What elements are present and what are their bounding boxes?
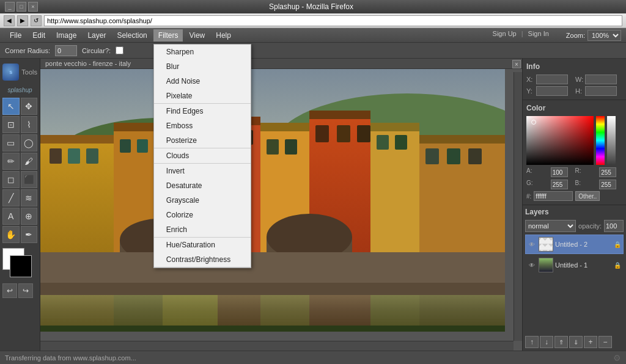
tool-crop[interactable]: ⊡ — [2, 116, 20, 133]
menu-view[interactable]: View — [184, 29, 210, 42]
canvas-area: ponte vecchio - firenze - italy × — [40, 59, 522, 351]
filters-group-1: Sharpen Blur Add Noise Pixelate — [154, 45, 251, 104]
color-b-input[interactable] — [599, 180, 616, 189]
filter-emboss[interactable]: Emboss — [154, 118, 251, 133]
minimize-button[interactable]: _ — [5, 2, 15, 12]
blend-mode-select[interactable]: normal multiply screen — [525, 220, 576, 232]
color-values-2: G: B: — [526, 180, 622, 189]
horizontal-scrollbar[interactable] — [40, 341, 514, 351]
foreground-color-swatch[interactable] — [10, 255, 32, 277]
url-input[interactable] — [44, 15, 622, 26]
filter-clouds[interactable]: Clouds — [154, 148, 251, 163]
tool-text[interactable]: A — [2, 208, 20, 225]
menu-filters[interactable]: Filters — [153, 29, 183, 42]
menu-edit[interactable]: Edit — [28, 29, 50, 42]
filter-hue-saturation[interactable]: Hue/Saturation — [154, 238, 251, 252]
layer-move-top-button[interactable]: ⇑ — [554, 336, 568, 348]
redo-button[interactable]: ↪ — [18, 283, 33, 298]
tool-row-8: ✋ ✒ — [2, 226, 37, 243]
filter-enrich[interactable]: Enrich — [154, 222, 251, 237]
filter-colorize[interactable]: Colorize — [154, 208, 251, 222]
layer-1-visibility[interactable]: 👁 — [527, 239, 537, 249]
filter-contrast-brightness[interactable]: Contrast/Brightness — [154, 252, 251, 267]
maximize-button[interactable]: □ — [17, 2, 26, 12]
filter-pixelate[interactable]: Pixelate — [154, 89, 251, 103]
tool-smudge[interactable]: ≋ — [21, 189, 38, 206]
info-w-input[interactable] — [585, 75, 617, 84]
tool-fill[interactable]: ⬛ — [21, 171, 38, 188]
svg-rect-43 — [40, 252, 505, 283]
filter-blur[interactable]: Blur — [154, 59, 251, 74]
color-r-input[interactable] — [599, 167, 616, 177]
menu-selection[interactable]: Selection — [112, 29, 152, 42]
corner-radius-input[interactable] — [55, 45, 77, 56]
tool-eraser[interactable]: ◻ — [2, 171, 20, 188]
color-gradient[interactable] — [526, 116, 594, 165]
tool-brush[interactable]: 🖌 — [21, 153, 38, 170]
svg-rect-20 — [50, 148, 62, 164]
vertical-scrollbar[interactable] — [514, 72, 522, 341]
layer-2-visibility[interactable]: 👁 — [527, 260, 537, 270]
forward-button[interactable]: ▶ — [17, 15, 28, 26]
canvas-container[interactable] — [40, 69, 522, 348]
opacity-input[interactable] — [604, 220, 624, 232]
other-button[interactable]: Other.. — [575, 191, 600, 201]
layer-move-down-button[interactable]: ↓ — [540, 336, 553, 348]
sign-up-link[interactable]: Sign Up — [493, 30, 517, 41]
layer-move-bottom-button[interactable]: ⇓ — [569, 336, 583, 348]
color-g-input[interactable] — [551, 180, 568, 189]
menu-image[interactable]: Image — [51, 29, 81, 42]
refresh-button[interactable]: ↺ — [31, 15, 42, 26]
filter-find-edges[interactable]: Find Edges — [154, 104, 251, 118]
layer-add-button[interactable]: + — [584, 336, 597, 348]
sign-in-link[interactable]: Sign In — [528, 30, 549, 41]
layer-2-lock[interactable]: 🔒 — [613, 261, 622, 269]
menu-help[interactable]: Help — [211, 29, 236, 42]
svg-rect-35 — [395, 135, 407, 150]
tool-pencil[interactable]: ✏ — [2, 153, 20, 170]
color-hex-input[interactable] — [534, 191, 573, 201]
info-x-input[interactable] — [536, 75, 568, 84]
circular-checkbox[interactable] — [116, 46, 123, 54]
tool-eyedropper[interactable]: ✒ — [21, 226, 38, 243]
svg-rect-10 — [370, 130, 419, 264]
layer-item-1[interactable]: 👁 Untitled - 2 🔒 — [525, 235, 624, 254]
tool-line[interactable]: ╱ — [2, 189, 20, 206]
tool-move[interactable]: ✥ — [21, 98, 38, 115]
menu-file[interactable]: File — [5, 29, 26, 42]
menu-layer[interactable]: Layer — [83, 29, 111, 42]
tool-ellipse-select[interactable]: ◯ — [21, 134, 38, 151]
layer-item-2[interactable]: 👁 Untitled - 1 🔒 — [525, 255, 624, 275]
corner-radius-label: Corner Radius: — [5, 47, 50, 54]
filter-sharpen[interactable]: Sharpen — [154, 45, 251, 59]
tool-lasso[interactable]: ⌇ — [21, 116, 38, 133]
layer-1-lock[interactable]: 🔒 — [613, 240, 622, 249]
canvas-close-button[interactable]: × — [512, 60, 521, 68]
undo-button[interactable]: ↩ — [2, 283, 17, 298]
color-alpha-slider[interactable] — [607, 116, 616, 165]
color-a-input[interactable] — [551, 167, 568, 177]
filter-grayscale[interactable]: Grayscale — [154, 193, 251, 208]
layer-delete-button[interactable]: − — [598, 336, 612, 348]
tool-hand[interactable]: ✋ — [2, 226, 20, 243]
pipe-separator: | — [521, 30, 523, 41]
filter-invert[interactable]: Invert — [154, 164, 251, 178]
filters-dropdown: Sharpen Blur Add Noise Pixelate Find Edg… — [153, 44, 251, 268]
filters-group-3: Clouds — [154, 148, 251, 164]
close-button[interactable]: × — [28, 2, 38, 12]
back-button[interactable]: ◀ — [4, 15, 15, 26]
filter-desaturate[interactable]: Desaturate — [154, 178, 251, 193]
layer-move-up-button[interactable]: ↑ — [525, 336, 539, 348]
info-h-input[interactable] — [585, 86, 617, 96]
color-hue-slider[interactable] — [596, 116, 605, 165]
splashup-logo: s — [2, 64, 19, 81]
tool-row-1: ↖ ✥ — [2, 98, 37, 115]
filter-add-noise[interactable]: Add Noise — [154, 74, 251, 89]
tool-rectangle-select[interactable]: ▭ — [2, 134, 20, 151]
tool-unknown[interactable]: ⊕ — [21, 208, 38, 225]
tool-select[interactable]: ↖ — [2, 98, 20, 115]
filter-posterize[interactable]: Posterize — [154, 133, 251, 148]
zoom-select[interactable]: 100% 50% 200% — [587, 30, 621, 41]
info-y-input[interactable] — [536, 86, 568, 96]
statusbar: Transferring data from www.splashup.com.… — [0, 351, 626, 364]
